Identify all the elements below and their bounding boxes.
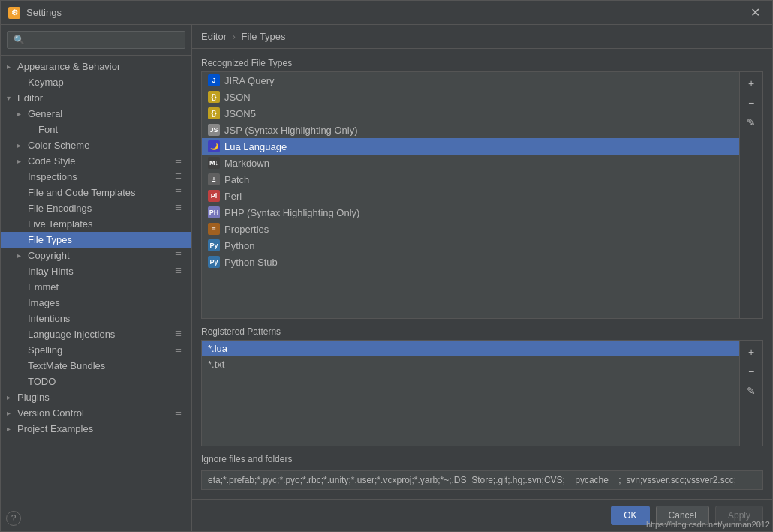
sidebar-item-label: Intentions [28, 313, 185, 324]
file-type-icon: Py [208, 239, 220, 251]
sidebar-item-intentions[interactable]: Intentions [1, 311, 191, 326]
remove-file-type-button[interactable]: − [743, 95, 759, 111]
sidebar-item-spelling[interactable]: Spelling☰ [1, 342, 191, 358]
file-type-item-md[interactable]: M↓Markdown [202, 155, 739, 171]
search-box [1, 25, 191, 56]
sidebar-item-inspections[interactable]: Inspections☰ [1, 169, 191, 185]
file-types-list-container: JJIRA Query{}JSON{}JSON5JSJSP (Syntax Hi… [201, 71, 763, 319]
sidebar-item-textmatebundles[interactable]: TextMate Bundles [1, 358, 191, 374]
file-type-name: Markdown [224, 158, 269, 169]
sidebar-item-label: Keymap [28, 77, 185, 88]
file-type-icon: Py [208, 256, 220, 268]
sidebar-item-emmet[interactable]: Emmet [1, 279, 191, 295]
add-file-type-button[interactable]: + [743, 75, 759, 92]
sidebar-item-label: File and Code Templates [28, 187, 172, 198]
sidebar-item-font[interactable]: Font [1, 122, 191, 137]
file-type-item-json[interactable]: {}JSON [202, 89, 739, 105]
main-content: ▸Appearance & BehaviorKeymap▾Editor▸Gene… [1, 25, 772, 531]
sidebar-item-inlayhints[interactable]: Inlay Hints☰ [1, 263, 191, 279]
patterns-list-container: *.lua*.txt + − ✎ [201, 340, 763, 446]
file-type-name: JSON [224, 92, 251, 103]
file-type-name: Patch [224, 174, 249, 185]
sidebar-item-label: Appearance & Behavior [17, 61, 185, 72]
sidebar-item-editor[interactable]: ▾Editor [1, 90, 191, 106]
sidebar-item-label: Images [28, 297, 185, 308]
file-type-name: JSON5 [224, 108, 256, 119]
add-pattern-button[interactable]: + [743, 344, 759, 360]
sidebar-item-colorscheme[interactable]: ▸Color Scheme [1, 137, 191, 153]
sidebar-item-label: TextMate Bundles [28, 360, 185, 371]
tree-arrow: ▸ [17, 251, 28, 260]
ignore-input[interactable] [201, 470, 763, 490]
tree-arrow: ▸ [17, 110, 28, 118]
sidebar-item-codestyle[interactable]: ▸Code Style☰ [1, 153, 191, 169]
sidebar-item-label: TODO [28, 376, 185, 387]
sidebar-item-label: Emmet [28, 281, 185, 293]
sidebar-item-label: General [28, 108, 185, 119]
file-type-item-perl[interactable]: PlPerl [202, 188, 739, 204]
sidebar-item-filecodetemplates[interactable]: File and Code Templates☰ [1, 185, 191, 200]
help-button[interactable]: ? [6, 511, 21, 526]
sidebar-item-copyright[interactable]: ▸Copyright☰ [1, 248, 191, 263]
file-types-list: JJIRA Query{}JSON{}JSON5JSJSP (Syntax Hi… [202, 72, 739, 318]
breadcrumb-current: File Types [242, 31, 286, 42]
file-type-name: JSP (Syntax Highlighting Only) [224, 125, 358, 136]
file-type-item-json5[interactable]: {}JSON5 [202, 105, 739, 122]
file-type-item-patch[interactable]: ±Patch [202, 171, 739, 188]
sidebar-item-label: Color Scheme [28, 140, 185, 151]
sidebar-item-projectexamples[interactable]: ▸Project Examples [1, 421, 191, 437]
panel-content: Recognized File Types JJIRA Query{}JSON{… [192, 49, 772, 499]
settings-badge: ☰ [175, 188, 185, 198]
sidebar-item-todo[interactable]: TODO [1, 374, 191, 389]
sidebar-item-plugins[interactable]: ▸Plugins [1, 389, 191, 405]
tree-arrow: ▸ [7, 62, 17, 71]
patterns-section: Registered Patterns *.lua*.txt + − ✎ [201, 326, 763, 446]
search-input[interactable] [7, 31, 185, 49]
sidebar-item-fileencodings[interactable]: File Encodings☰ [1, 200, 191, 216]
sidebar-item-label: Plugins [17, 392, 185, 403]
settings-window: ⚙ Settings ✕ ▸Appearance & BehaviorKeyma… [0, 0, 773, 532]
cancel-button[interactable]: Cancel [656, 506, 709, 525]
file-type-icon: PH [208, 206, 220, 218]
sidebar-item-versioncontrol[interactable]: ▸Version Control☰ [1, 405, 191, 421]
sidebar-item-images[interactable]: Images [1, 295, 191, 311]
sidebar-item-label: Code Style [28, 155, 172, 167]
file-type-item-jsp[interactable]: JSJSP (Syntax Highlighting Only) [202, 122, 739, 138]
file-type-name: Properties [224, 224, 269, 235]
window-title: Settings [26, 7, 746, 18]
file-type-item-lua[interactable]: 🌙Lua Language [202, 138, 739, 155]
settings-badge: ☰ [175, 266, 185, 277]
apply-button[interactable]: Apply [715, 506, 763, 525]
sidebar: ▸Appearance & BehaviorKeymap▾Editor▸Gene… [1, 25, 192, 531]
sidebar-item-livetemplates[interactable]: Live Templates [1, 216, 191, 232]
sidebar-item-label: Font [38, 124, 185, 135]
tree-arrow: ▸ [17, 157, 28, 165]
tree-arrow: ▸ [7, 409, 17, 417]
file-type-item-python[interactable]: PyPython [202, 237, 739, 254]
file-type-name: Perl [224, 191, 242, 202]
ok-button[interactable]: OK [611, 506, 649, 525]
sidebar-item-keymap[interactable]: Keymap [1, 74, 191, 90]
ignore-section: Ignore files and folders [201, 454, 763, 490]
pattern-item-txt-pat[interactable]: *.txt [202, 356, 739, 372]
close-button[interactable]: ✕ [746, 4, 765, 21]
pattern-buttons: + − ✎ [739, 341, 762, 446]
tree-arrow: ▸ [7, 425, 17, 433]
file-type-item-pystub[interactable]: PyPython Stub [202, 254, 739, 270]
remove-pattern-button[interactable]: − [743, 363, 759, 380]
sidebar-item-appearance[interactable]: ▸Appearance & Behavior [1, 59, 191, 74]
file-type-item-php[interactable]: PHPHP (Syntax Highlighting Only) [202, 204, 739, 221]
edit-file-type-button[interactable]: ✎ [743, 114, 759, 131]
settings-tree: ▸Appearance & BehaviorKeymap▾Editor▸Gene… [1, 56, 191, 531]
sidebar-item-languageinjections[interactable]: Language Injections☰ [1, 326, 191, 342]
sidebar-item-label: Spelling [28, 344, 172, 356]
file-types-section: Recognized File Types JJIRA Query{}JSON{… [201, 58, 763, 319]
file-type-item-jira[interactable]: JJIRA Query [202, 72, 739, 89]
edit-pattern-button[interactable]: ✎ [743, 383, 759, 399]
pattern-item-lua-pat[interactable]: *.lua [202, 341, 739, 356]
sidebar-item-filetypes[interactable]: File Types [1, 232, 191, 248]
sidebar-item-label: Inspections [28, 171, 172, 182]
file-type-item-props[interactable]: ≡Properties [202, 221, 739, 237]
sidebar-item-general[interactable]: ▸General [1, 106, 191, 122]
settings-badge: ☰ [175, 329, 185, 340]
